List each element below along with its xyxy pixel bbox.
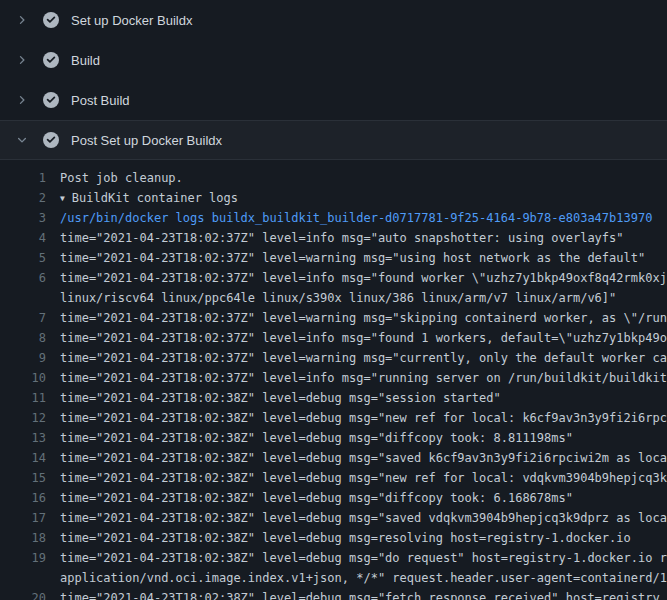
log-line: 14 time="2021-04-23T18:02:38Z" level=deb…	[0, 448, 667, 468]
log-line: 8 time="2021-04-23T18:02:37Z" level=info…	[0, 328, 667, 348]
log-line: 9 time="2021-04-23T18:02:37Z" level=warn…	[0, 348, 667, 368]
chevron-right-icon[interactable]	[14, 52, 30, 68]
log-line: 17 time="2021-04-23T18:02:38Z" level=deb…	[0, 508, 667, 528]
log-text: linux/riscv64 linux/ppc64le linux/s390x …	[60, 288, 616, 308]
line-number[interactable]: 9	[0, 348, 46, 368]
step-header[interactable]: Set up Docker Buildx	[0, 0, 667, 40]
log-text: time="2021-04-23T18:02:38Z" level=debug …	[60, 468, 667, 488]
group-label[interactable]: BuildKit container logs	[72, 191, 238, 205]
check-circle-icon	[43, 12, 59, 28]
log-text: time="2021-04-23T18:02:38Z" level=debug …	[60, 488, 573, 508]
step-header[interactable]: Build	[0, 40, 667, 80]
log-line: 19 time="2021-04-23T18:02:38Z" level=deb…	[0, 548, 667, 568]
log-line: 15 time="2021-04-23T18:02:38Z" level=deb…	[0, 468, 667, 488]
line-number[interactable]: 8	[0, 328, 46, 348]
log-text: time="2021-04-23T18:02:37Z" level=warnin…	[60, 248, 645, 268]
line-number[interactable]: 3	[0, 208, 46, 228]
log-line: 1 Post job cleanup.	[0, 168, 667, 188]
log-line: 20 time="2021-04-23T18:02:38Z" level=deb…	[0, 588, 667, 600]
log-line: 11 time="2021-04-23T18:02:38Z" level=deb…	[0, 388, 667, 408]
log-text: time="2021-04-23T18:02:38Z" level=debug …	[60, 448, 667, 468]
line-number[interactable]: 7	[0, 308, 46, 328]
log-text: time="2021-04-23T18:02:38Z" level=debug …	[60, 588, 660, 600]
chevron-right-icon[interactable]	[14, 12, 30, 28]
group-toggle-icon[interactable]: ▼	[60, 189, 65, 208]
log-line: 5 time="2021-04-23T18:02:37Z" level=warn…	[0, 248, 667, 268]
log-text: time="2021-04-23T18:02:38Z" level=debug …	[60, 528, 631, 548]
check-circle-icon	[43, 52, 59, 68]
line-number[interactable]: 18	[0, 528, 46, 548]
log-text: time="2021-04-23T18:02:38Z" level=debug …	[60, 408, 667, 428]
log-text: time="2021-04-23T18:02:37Z" level=info m…	[60, 368, 667, 388]
line-number[interactable]: 10	[0, 368, 46, 388]
log-text: /usr/bin/docker logs buildx_buildkit_bui…	[60, 208, 652, 228]
log-text: time="2021-04-23T18:02:38Z" level=debug …	[60, 428, 573, 448]
check-circle-icon	[43, 132, 59, 148]
log-line: 18 time="2021-04-23T18:02:38Z" level=deb…	[0, 528, 667, 548]
step-title: Set up Docker Buildx	[71, 13, 192, 28]
log-line: 16 time="2021-04-23T18:02:38Z" level=deb…	[0, 488, 667, 508]
log-line: 3 /usr/bin/docker logs buildx_buildkit_b…	[0, 208, 667, 228]
line-number[interactable]: 1	[0, 168, 46, 188]
log-text: ▼BuildKit container logs	[60, 188, 238, 208]
line-number[interactable]: 19	[0, 548, 46, 568]
log-line: 12 time="2021-04-23T18:02:38Z" level=deb…	[0, 408, 667, 428]
log-line: 2 ▼BuildKit container logs	[0, 188, 667, 208]
log-text: time="2021-04-23T18:02:38Z" level=debug …	[60, 388, 501, 408]
chevron-down-icon[interactable]	[14, 132, 30, 148]
line-number[interactable]: 13	[0, 428, 46, 448]
log-text: time="2021-04-23T18:02:38Z" level=debug …	[60, 508, 667, 528]
line-number[interactable]: 2	[0, 188, 46, 208]
step-title: Post Set up Docker Buildx	[71, 133, 222, 148]
log-line: 6 time="2021-04-23T18:02:37Z" level=info…	[0, 268, 667, 288]
line-number[interactable]: 11	[0, 388, 46, 408]
log-line: 4 time="2021-04-23T18:02:37Z" level=info…	[0, 228, 667, 248]
step-title: Build	[71, 53, 100, 68]
line-number[interactable]	[0, 288, 46, 308]
log-text: time="2021-04-23T18:02:37Z" level=warnin…	[60, 308, 667, 328]
line-number[interactable]: 15	[0, 468, 46, 488]
log-text: time="2021-04-23T18:02:38Z" level=debug …	[60, 548, 667, 568]
line-number[interactable]: 17	[0, 508, 46, 528]
log-line: 13 time="2021-04-23T18:02:38Z" level=deb…	[0, 428, 667, 448]
log-text: time="2021-04-23T18:02:37Z" level=info m…	[60, 268, 667, 288]
line-number[interactable]: 20	[0, 588, 46, 600]
log-text: time="2021-04-23T18:02:37Z" level=info m…	[60, 228, 624, 248]
log-text: time="2021-04-23T18:02:37Z" level=warnin…	[60, 348, 667, 368]
log-line: linux/riscv64 linux/ppc64le linux/s390x …	[0, 288, 667, 308]
line-number[interactable]: 4	[0, 228, 46, 248]
log-line: application/vnd.oci.image.index.v1+json,…	[0, 568, 667, 588]
log-line: 7 time="2021-04-23T18:02:37Z" level=warn…	[0, 308, 667, 328]
line-number[interactable]: 12	[0, 408, 46, 428]
steps-list: Set up Docker Buildx Build Post Build Po…	[0, 0, 667, 160]
chevron-right-icon[interactable]	[14, 92, 30, 108]
step-header[interactable]: Post Build	[0, 80, 667, 120]
line-number[interactable]	[0, 568, 46, 588]
line-number[interactable]: 5	[0, 248, 46, 268]
log-text: Post job cleanup.	[60, 168, 183, 188]
log-area: 1 Post job cleanup. 2 ▼BuildKit containe…	[0, 160, 667, 600]
log-text: time="2021-04-23T18:02:37Z" level=info m…	[60, 328, 667, 348]
log-text: application/vnd.oci.image.index.v1+json,…	[60, 568, 667, 588]
line-number[interactable]: 16	[0, 488, 46, 508]
line-number[interactable]: 6	[0, 268, 46, 288]
step-title: Post Build	[71, 93, 130, 108]
log-line: 10 time="2021-04-23T18:02:37Z" level=inf…	[0, 368, 667, 388]
step-header[interactable]: Post Set up Docker Buildx	[0, 120, 667, 160]
line-number[interactable]: 14	[0, 448, 46, 468]
check-circle-icon	[43, 92, 59, 108]
